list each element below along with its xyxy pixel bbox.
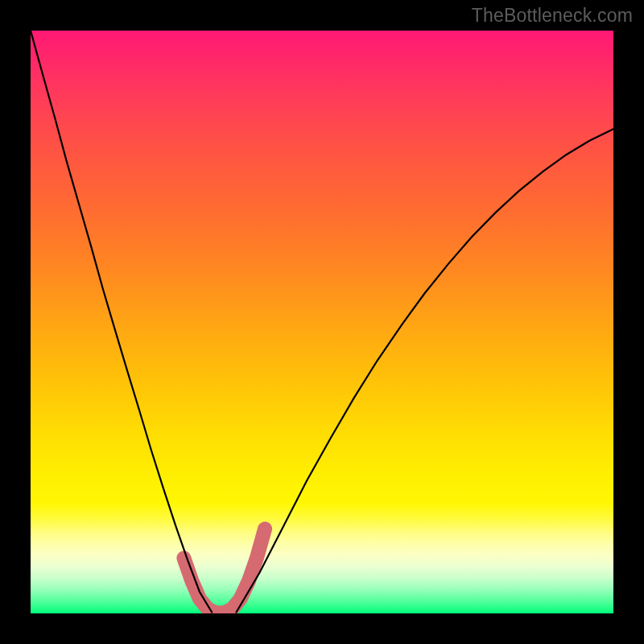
valley-marker-path [184, 529, 265, 613]
watermark-text: TheBottleneck.com [472, 5, 633, 27]
left-branch-path [31, 31, 212, 613]
right-branch-path [237, 129, 613, 612]
plot-area [31, 31, 613, 613]
curve-layer [31, 31, 613, 613]
chart-frame: TheBottleneck.com [0, 0, 644, 644]
